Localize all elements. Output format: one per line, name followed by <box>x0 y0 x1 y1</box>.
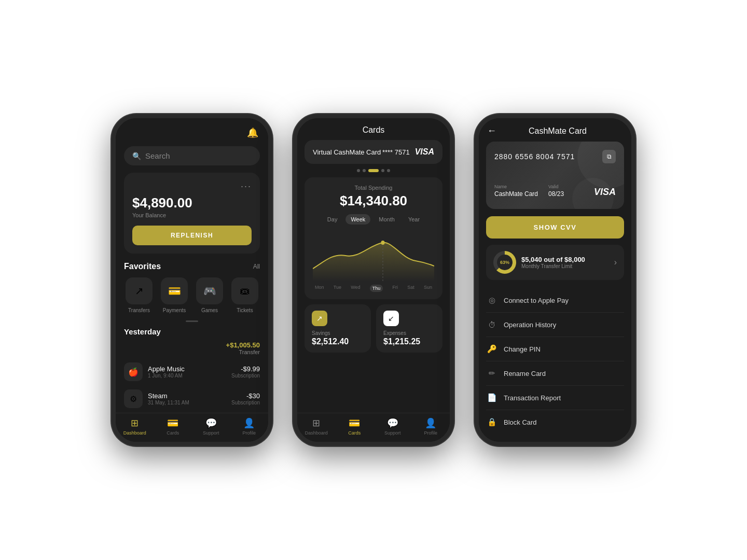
games-label: Games <box>201 307 218 313</box>
three-dots-icon: ··· <box>241 181 252 192</box>
detail-page-title: CashMate Card <box>505 127 611 136</box>
nav2-dashboard[interactable]: ⊞ Dashboard <box>297 417 336 436</box>
card-visa-logo: VISA <box>594 187 616 198</box>
day-sat: Sat <box>407 285 414 292</box>
virtual-card: 2880 6556 8004 7571 ⧉ Name CashMate Card… <box>486 142 624 209</box>
limit-card[interactable]: 63% $5,040 out of $8,000 Monthly Transfe… <box>486 245 624 280</box>
nav2-dashboard-label: Dashboard <box>305 430 328 436</box>
copy-icon[interactable]: ⧉ <box>602 150 616 163</box>
spending-chart <box>313 230 434 282</box>
transfers-icon: ↗ <box>126 277 153 304</box>
expenses-card: ↙ Expenses $1,215.25 <box>376 304 442 353</box>
day-fri: Fri <box>393 285 398 292</box>
dot-4 <box>381 169 384 172</box>
replenish-button[interactable]: REPLENISH <box>132 226 252 245</box>
day-thu: Thu <box>370 285 383 292</box>
name-field-label: Name <box>494 184 538 189</box>
period-week[interactable]: Week <box>345 214 370 225</box>
day-wed: Wed <box>351 285 360 292</box>
search-bar[interactable]: 🔍 Search <box>124 146 260 165</box>
support-nav-icon: 💬 <box>205 417 217 429</box>
favorites-grid: ↗ Transfers 💳 Payments 🎮 Games 🎟 Tickets <box>124 277 260 313</box>
tickets-label: Tickets <box>237 307 253 313</box>
card-dots-indicator <box>297 169 450 172</box>
history-icon: ⏱ <box>486 319 497 330</box>
payments-label: Payments <box>163 307 186 313</box>
dashboard-nav-icon: ⊞ <box>131 417 139 429</box>
txn-apple-date: 1 Jun, 9:40 AM <box>148 373 226 379</box>
rename-label: Rename Card <box>504 370 546 377</box>
limit-label: Monthly Transfer Limit <box>521 263 609 269</box>
nav-support[interactable]: 💬 Support <box>192 417 230 436</box>
nav-profile[interactable]: 👤 Profile <box>230 417 269 436</box>
limit-info: $5,040 out of $8,000 Monthly Transfer Li… <box>521 256 609 269</box>
period-month[interactable]: Month <box>374 214 400 225</box>
period-tabs: Day Week Month Year <box>313 214 434 225</box>
report-label: Transaction Report <box>504 394 561 402</box>
transfer-amount: +$1,005.50 <box>226 341 260 349</box>
nav-dashboard[interactable]: ⊞ Dashboard <box>116 417 154 436</box>
svg-point-0 <box>381 241 384 245</box>
nav2-support[interactable]: 💬 Support <box>374 417 412 436</box>
savings-label: Savings <box>312 330 364 336</box>
visa-logo: VISA <box>415 147 434 157</box>
balance-menu[interactable]: ··· <box>132 181 252 192</box>
nav2-cards[interactable]: 💳 Cards <box>336 417 374 436</box>
back-button[interactable]: ← <box>487 125 500 136</box>
txn-apple-info: Apple Music 1 Jun, 9:40 AM <box>148 365 226 379</box>
limit-amount: $5,040 out of $8,000 <box>521 256 609 263</box>
cards-nav-label: Cards <box>167 430 179 436</box>
dashboard-nav-label: Dashboard <box>123 430 146 436</box>
nav2-profile-icon: 👤 <box>425 417 436 429</box>
savings-card: ↗ Savings $2,512.40 <box>305 304 371 353</box>
day-tue: Tue <box>334 285 341 292</box>
txn-steam-amount: -$30 <box>231 392 260 400</box>
period-day[interactable]: Day <box>322 214 343 225</box>
card-slide[interactable]: Virtual CashMate Card **** 7571 VISA <box>305 140 442 164</box>
block-label: Block Card <box>504 418 537 426</box>
transfer-summary: +$1,005.50 Transfer <box>124 341 260 355</box>
nav2-cards-icon: 💳 <box>349 417 360 429</box>
txn-steam-info: Steam 31 May, 11:31 AM <box>148 392 226 405</box>
menu-apple-pay[interactable]: ◎ Connect to Apple Pay <box>486 288 624 313</box>
valid-field-value: 08/23 <box>548 190 564 198</box>
detail-header: ← CashMate Card <box>479 118 631 142</box>
fav-games[interactable]: 🎮 Games <box>195 277 225 313</box>
chart-days: Mon Tue Wed Thu Fri Sat Sun <box>313 285 434 292</box>
menu-rename-card[interactable]: ✏ Rename Card <box>486 361 624 386</box>
txn-steam-name: Steam <box>148 392 226 400</box>
profile-nav-label: Profile <box>242 430 256 436</box>
menu-operation-history[interactable]: ⏱ Operation History <box>486 313 624 337</box>
fav-transfers[interactable]: ↗ Transfers <box>124 277 154 313</box>
txn-apple-amount: -$9.99 <box>231 365 260 373</box>
dot-3 <box>368 169 379 172</box>
menu-list: ◎ Connect to Apple Pay ⏱ Operation Histo… <box>479 288 631 434</box>
support-nav-label: Support <box>203 430 219 436</box>
card-info-row: Name CashMate Card Valid 08/23 VISA <box>494 184 616 198</box>
fav-payments[interactable]: 💳 Payments <box>159 277 189 313</box>
favorites-title: Favorites <box>124 262 161 271</box>
menu-block-card[interactable]: 🔒 Block Card <box>486 410 624 434</box>
nav-cards[interactable]: 💳 Cards <box>154 417 192 436</box>
block-icon: 🔒 <box>486 416 497 428</box>
show-cvv-button[interactable]: SHOW CVV <box>486 216 624 239</box>
favorites-all-link[interactable]: All <box>253 263 260 270</box>
profile-nav-icon: 👤 <box>243 417 255 429</box>
menu-transaction-report[interactable]: 📄 Transaction Report <box>486 386 624 410</box>
txn-apple-amount-wrap: -$9.99 Subscription <box>231 365 260 379</box>
day-sun: Sun <box>424 285 432 292</box>
txn-steam-date: 31 May, 11:31 AM <box>148 400 226 405</box>
name-field-value: CashMate Card <box>494 190 538 198</box>
nav2-profile[interactable]: 👤 Profile <box>412 417 450 436</box>
txn-steam-amount-wrap: -$30 Subscription <box>231 392 260 405</box>
txn-apple-music[interactable]: 🍎 Apple Music 1 Jun, 9:40 AM -$9.99 Subs… <box>124 358 260 385</box>
card-valid-field: Valid 08/23 <box>548 184 564 198</box>
menu-change-pin[interactable]: 🔑 Change PIN <box>486 337 624 361</box>
top-bar: 🔔 <box>124 125 260 140</box>
txn-steam[interactable]: ⚙ Steam 31 May, 11:31 AM -$30 Subscripti… <box>124 385 260 412</box>
txn-steam-category: Subscription <box>231 400 260 405</box>
fav-tickets[interactable]: 🎟 Tickets <box>230 277 260 313</box>
games-icon: 🎮 <box>196 277 223 304</box>
notification-icon[interactable]: 🔔 <box>245 125 260 140</box>
period-year[interactable]: Year <box>403 214 425 225</box>
